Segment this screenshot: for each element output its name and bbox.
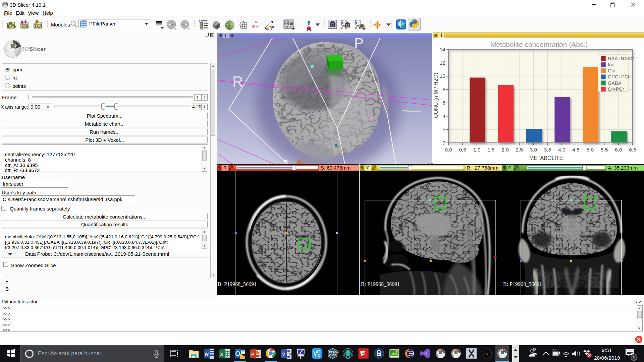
svg-text:12: 12 xyxy=(440,60,445,66)
svg-text:2.0: 2.0 xyxy=(501,147,509,153)
svg-text:V: V xyxy=(282,352,285,357)
svg-text:METABOLITE: METABOLITE xyxy=(529,155,563,161)
svg-text:5.5: 5.5 xyxy=(601,147,608,153)
svg-text:9:51: 9:51 xyxy=(602,347,612,353)
svg-text:3DSlicer: 3DSlicer xyxy=(21,46,46,52)
svg-text:B: P19968_56691: B: P19968_56691 xyxy=(218,281,257,287)
svg-text:2: 2 xyxy=(442,126,445,132)
svg-text:2.5: 2.5 xyxy=(516,147,523,153)
svg-text:Y: Y xyxy=(366,165,369,170)
svg-text:Metabolite concentration (Abs.: Metabolite concentration (Abs.) xyxy=(490,41,588,48)
svg-text:NAA+NAAG: NAA+NAAG xyxy=(608,56,634,61)
svg-text:GPC+PCh: GPC+PCh xyxy=(608,74,631,79)
svg-text:MPLAB: MPLAB xyxy=(329,350,339,353)
svg-text:B: P19968_56691: B: P19968_56691 xyxy=(361,281,400,287)
svg-text:✳✳: ✳✳ xyxy=(252,24,259,29)
svg-text:6.0: 6.0 xyxy=(615,147,622,153)
svg-text:14: 14 xyxy=(440,47,446,52)
svg-text:R: R xyxy=(223,165,226,170)
svg-text:3.0: 3.0 xyxy=(530,147,537,153)
svg-text:1.5: 1.5 xyxy=(487,147,495,153)
svg-text:R: -27.768mm: R: -27.768mm xyxy=(467,165,498,171)
svg-text:0.5: 0.5 xyxy=(459,147,466,153)
svg-text:Cr+PCr: Cr+PCr xyxy=(608,86,624,92)
svg-text:1.0: 1.0 xyxy=(473,147,481,153)
svg-text:P: P xyxy=(251,352,254,357)
svg-text:Template: Template xyxy=(81,25,87,27)
svg-text:X IDE: X IDE xyxy=(329,354,337,357)
svg-text:SAVE: SAVE xyxy=(35,25,42,28)
svg-text:0: 0 xyxy=(442,140,445,145)
svg-text:10: 10 xyxy=(440,73,446,79)
svg-text:X: X xyxy=(220,352,223,357)
svg-text:GABA: GABA xyxy=(608,80,622,86)
svg-text:Glu: Glu xyxy=(608,68,615,73)
svg-text:B: P19968_56691: B: P19968_56691 xyxy=(503,281,542,287)
svg-text:6: 6 xyxy=(442,100,445,106)
svg-text:6.5: 6.5 xyxy=(629,147,636,153)
svg-text:4.0: 4.0 xyxy=(558,147,566,153)
svg-text:i3: i3 xyxy=(484,351,488,356)
svg-text:3.5: 3.5 xyxy=(544,147,551,153)
svg-text:DCM: DCM xyxy=(22,25,29,28)
svg-text:1: 1 xyxy=(224,33,227,38)
svg-text:4.5: 4.5 xyxy=(572,147,580,153)
svg-text:G: G xyxy=(508,165,512,170)
svg-text:R: R xyxy=(232,73,243,90)
svg-text:0.0: 0.0 xyxy=(445,147,452,153)
svg-text:A: 35.233mm: A: 35.233mm xyxy=(608,165,638,171)
svg-text:4: 4 xyxy=(442,113,445,119)
svg-text:8: 8 xyxy=(442,86,445,92)
svg-text:1: 1 xyxy=(633,355,635,360)
svg-text:CONC (mM / H2O): CONC (mM / H2O) xyxy=(433,73,439,118)
svg-text:Ins: Ins xyxy=(608,62,614,67)
svg-text:28/06/2019: 28/06/2019 xyxy=(594,355,620,361)
svg-text:S: 60.478mm: S: 60.478mm xyxy=(321,165,351,171)
svg-text:5.0: 5.0 xyxy=(587,147,594,153)
svg-text:DATA: DATA xyxy=(8,25,16,28)
svg-text:W: W xyxy=(205,352,209,357)
